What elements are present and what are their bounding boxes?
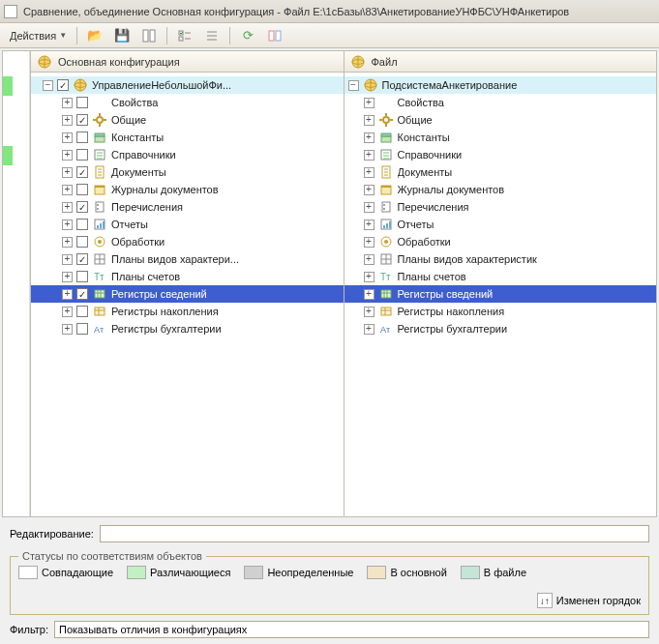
- tree-item[interactable]: +Константы: [344, 129, 657, 146]
- tree-item[interactable]: +Отчеты: [31, 216, 344, 233]
- tree-item[interactable]: +Планы видов характери...: [31, 250, 344, 268]
- checkbox[interactable]: [57, 79, 69, 91]
- expand-icon[interactable]: +: [62, 185, 73, 195]
- actions-label: Действия: [10, 30, 56, 42]
- tree-root[interactable]: −ПодсистемаАнкетирование: [344, 76, 657, 94]
- tree-item[interactable]: +Свойства: [31, 94, 344, 111]
- tree-item[interactable]: +Свойства: [344, 94, 657, 111]
- expand-icon[interactable]: +: [364, 202, 374, 213]
- refresh-button[interactable]: ⟳: [236, 26, 259, 45]
- checkbox[interactable]: [76, 323, 88, 335]
- node-label: Документы: [398, 166, 453, 178]
- expand-icon[interactable]: +: [364, 167, 374, 178]
- expand-icon[interactable]: +: [62, 254, 73, 265]
- expand-icon[interactable]: +: [364, 307, 374, 317]
- tree-item[interactable]: +Перечисления: [31, 198, 344, 216]
- compare-icon: [141, 28, 157, 44]
- tree-item[interactable]: +Документы: [31, 163, 344, 181]
- expand-icon[interactable]: +: [364, 150, 374, 161]
- checkbox[interactable]: [76, 201, 88, 213]
- checkbox[interactable]: [76, 236, 88, 248]
- gutter-mark: [3, 146, 13, 165]
- tree-item[interactable]: +TтПланы счетов: [31, 268, 344, 285]
- tree-item[interactable]: +Регистры накопления: [344, 303, 657, 320]
- collapse-icon[interactable]: −: [43, 80, 53, 91]
- expand-icon[interactable]: +: [364, 115, 374, 126]
- tree-item[interactable]: +Журналы документов: [31, 181, 344, 198]
- tree-item[interactable]: +AтРегистры бухгалтерии: [31, 320, 344, 337]
- separator: [76, 27, 77, 44]
- tree-item[interactable]: +Регистры сведений: [31, 285, 344, 303]
- tree-item[interactable]: +Константы: [31, 129, 344, 146]
- expand-icon[interactable]: +: [364, 237, 374, 248]
- expand-icon[interactable]: +: [364, 185, 374, 195]
- status-undefined: Неопределенные: [244, 566, 353, 579]
- expand-icon[interactable]: +: [62, 202, 73, 213]
- node-label: Регистры бухгалтерии: [398, 323, 508, 335]
- expand-icon[interactable]: +: [364, 254, 374, 265]
- tree-item[interactable]: +AтРегистры бухгалтерии: [344, 320, 657, 337]
- checkbox[interactable]: [76, 253, 88, 265]
- expand-icon[interactable]: +: [62, 98, 73, 108]
- checkbox[interactable]: [76, 184, 88, 195]
- left-tree[interactable]: −УправлениеНебольшойФи...+Свойства+Общие…: [31, 73, 344, 516]
- list-button[interactable]: [200, 26, 224, 45]
- expand-icon[interactable]: +: [62, 150, 73, 161]
- tree-item[interactable]: +Справочники: [344, 146, 657, 163]
- expand-icon[interactable]: +: [62, 220, 73, 230]
- node-label: Регистры накопления: [111, 306, 219, 317]
- tree-item[interactable]: +Обработки: [344, 233, 657, 250]
- tree-item[interactable]: +Журналы документов: [344, 181, 657, 198]
- expand-icon[interactable]: +: [364, 289, 374, 300]
- compare-button[interactable]: [137, 26, 161, 45]
- checkbox[interactable]: [76, 149, 88, 161]
- expand-icon[interactable]: +: [62, 167, 73, 178]
- tree-item[interactable]: +Планы видов характеристик: [344, 250, 657, 268]
- tree-item[interactable]: +Общие: [31, 111, 344, 129]
- checkbox[interactable]: [76, 114, 88, 126]
- right-pane-header[interactable]: Файл: [344, 51, 657, 73]
- expand-icon[interactable]: +: [364, 272, 374, 282]
- tree-item[interactable]: +Перечисления: [344, 198, 657, 216]
- tree-item[interactable]: +Обработки: [31, 233, 344, 250]
- filter-input[interactable]: [54, 621, 649, 638]
- tree-item[interactable]: +Регистры накопления: [31, 303, 344, 320]
- edit-input[interactable]: [100, 525, 649, 542]
- expand-icon[interactable]: +: [62, 237, 73, 248]
- tree-item[interactable]: +Документы: [344, 163, 657, 181]
- right-tree[interactable]: −ПодсистемаАнкетирование+Свойства+Общие+…: [344, 73, 657, 516]
- list-icon: [204, 28, 220, 44]
- order-changed-icon: ↓↑: [537, 593, 553, 608]
- checkbox[interactable]: [76, 271, 88, 282]
- tree-item[interactable]: +TтПланы счетов: [344, 268, 657, 285]
- tree-root[interactable]: −УправлениеНебольшойФи...: [31, 76, 344, 94]
- checkbox[interactable]: [76, 97, 88, 108]
- expand-icon[interactable]: +: [62, 307, 73, 317]
- checkbox[interactable]: [76, 166, 88, 178]
- compare-text-button[interactable]: [263, 26, 286, 45]
- expand-icon[interactable]: +: [364, 220, 374, 230]
- checkbox[interactable]: [76, 219, 88, 230]
- left-pane-header[interactable]: Основная конфигурация: [31, 51, 344, 73]
- expand-icon[interactable]: +: [364, 132, 374, 143]
- expand-icon[interactable]: +: [62, 289, 73, 300]
- expand-icon[interactable]: +: [364, 324, 374, 335]
- save-button[interactable]: 💾: [110, 26, 134, 45]
- tree-item[interactable]: +Регистры сведений: [344, 285, 657, 303]
- open-folder-button[interactable]: 📂: [83, 26, 106, 45]
- checkbox[interactable]: [76, 306, 88, 317]
- enum-icon: [378, 199, 394, 215]
- collapse-icon[interactable]: −: [348, 80, 359, 91]
- expand-icon[interactable]: +: [62, 132, 73, 143]
- expand-icon[interactable]: +: [62, 272, 73, 282]
- checklist-button[interactable]: [173, 26, 196, 45]
- actions-dropdown[interactable]: Действия ▼: [6, 26, 71, 45]
- tree-item[interactable]: +Общие: [344, 111, 657, 129]
- tree-item[interactable]: +Отчеты: [344, 216, 657, 233]
- expand-icon[interactable]: +: [62, 324, 73, 335]
- expand-icon[interactable]: +: [62, 115, 73, 126]
- checkbox[interactable]: [76, 132, 88, 143]
- checkbox[interactable]: [76, 288, 88, 300]
- expand-icon[interactable]: +: [364, 98, 374, 108]
- tree-item[interactable]: +Справочники: [31, 146, 344, 163]
